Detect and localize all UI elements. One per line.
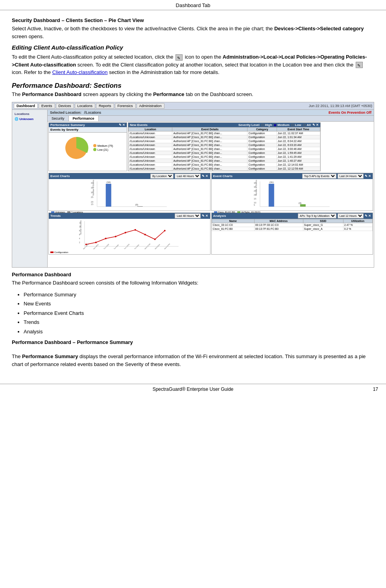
sidebar-item-unknown[interactable]: 🌐 Unknown (13, 116, 46, 122)
svg-rect-9 (106, 184, 111, 207)
svg-rect-11 (137, 206, 143, 207)
page-header: Dashboard Tab (0, 0, 386, 10)
chart-left-area: 40 35 30 25 20 15 (49, 179, 210, 211)
table-cell: Configuration (247, 159, 277, 163)
legend-rect-cisco81 (214, 211, 217, 213)
table-row: //Locations/UnknownAuthorized AP [Cisco_… (129, 151, 320, 155)
table-cell: //Locations/Unknown (129, 131, 172, 135)
security-dashboard-para: Select Active, Inactive, or both the che… (12, 25, 374, 40)
table-cell: Configuration (247, 147, 277, 151)
table-row: Cisco_81:FC:B000:13:7F:81:FC:B0Super_cis… (212, 227, 373, 231)
inner-tab-security[interactable]: Security (48, 116, 69, 121)
legend-locations-label: * Locations (71, 211, 83, 213)
list-item: Performance Event Charts (24, 309, 374, 317)
perf-summary-header: Performance Summary ✎ ✕ (49, 123, 127, 127)
svg-text:Tue 12AM: Tue 12AM (103, 243, 109, 250)
table-row: //Locations/UnknownAuthorized AP [Cisco_… (129, 143, 320, 147)
events-prevention: Events On Prevention Off (329, 111, 371, 115)
svg-point-43 (144, 234, 146, 235)
svg-point-40 (115, 236, 116, 237)
last-24-hours-dropdown[interactable]: Last 24 Hours (338, 174, 364, 179)
legend-dot-medium (93, 144, 96, 147)
editing-para: To edit the Client Auto-classification p… (12, 53, 374, 76)
chart-left-legend: Unknown * Locations (50, 210, 209, 214)
radio-high: High (261, 123, 272, 127)
db-datetime: Jun 22 2011, 11:39:13 AM (GMT +0530) (309, 104, 372, 108)
severity-level-label: Severity Level (238, 123, 260, 127)
table-row: //Locations/UnknownAuthorized AP [Cisco_… (129, 131, 320, 135)
tab-devices[interactable]: Devices (56, 103, 74, 109)
svg-text:Number of Events: Number of Events (80, 220, 82, 235)
tab-administration[interactable]: Administration (137, 103, 164, 109)
radio-all-btn[interactable] (303, 124, 306, 127)
tab-events[interactable]: Events (39, 103, 55, 109)
table-cell: Authorized AP [Cisco_81:FC:B0] chan... (172, 163, 247, 167)
tab-forensics[interactable]: Forensics (115, 103, 136, 109)
chart-left-icons: ✎ ✕ (202, 174, 208, 178)
radio-medium: Medium (273, 123, 289, 127)
radio-medium-btn[interactable] (273, 124, 277, 127)
tab-reports[interactable]: Reports (96, 103, 114, 109)
table-cell: 0.2 % (343, 227, 372, 231)
table-cell: Authorized AP [Cisco_81:FC:B0] chan... (172, 151, 247, 155)
table-row: //Locations/UnknownAuthorized AP [Cisco_… (129, 159, 320, 163)
widget-analysis: Analysis APs: Top 5 by Utilization Last … (211, 213, 373, 255)
legend-airtight: AirTighc_41:23:F1 (237, 211, 260, 213)
performance-bullets-list: Performance SummaryNew EventsPerformance… (24, 291, 374, 336)
svg-text:4: 4 (79, 237, 80, 240)
performance-desc: The Performance Dashboard screen consist… (12, 279, 374, 287)
table-cell: Jun 22, 1:01:34 AM (277, 135, 320, 139)
svg-text:Number of Events: Number of Events (255, 180, 257, 196)
db-right-content: Selected Location: //Locations Events On… (48, 110, 374, 267)
col-event-start: Event Start Time (277, 128, 320, 131)
widget-trends: Trends Last 48 Hours ✎ ✕ 12 10 8 (48, 213, 211, 255)
bar-chart-right-svg: 35 30 25 20 15 10 5 (212, 180, 372, 209)
table-cell: Jun 22, 6:03:20 AM (277, 143, 320, 147)
last-48-hours-dropdown[interactable]: Last 48 Hours (175, 174, 201, 179)
legend-rect-locations (67, 211, 70, 213)
table-cell: Authorized AP [Cisco_81:FC:B0] chan... (172, 139, 247, 143)
table-row: //Locations/UnknownAuthorized AP [Cisco_… (129, 163, 320, 167)
tab-locations[interactable]: Locations (75, 103, 96, 109)
table-cell: //Locations/Unknown (129, 139, 172, 143)
table-cell: Authorized AP [Cisco_81:FC:B0] chan... (172, 135, 247, 139)
top5-dropdown[interactable]: Top 5 APs by Events (302, 174, 336, 179)
table-row: //Locations/UnknownAuthorized AP [Cisco_… (129, 139, 320, 143)
radio-high-btn[interactable] (261, 124, 264, 127)
list-item: New Events (24, 300, 374, 308)
pie-chart (63, 134, 90, 162)
bottom-row: Trends Last 48 Hours ✎ ✕ 12 10 8 (48, 212, 374, 255)
event-charts-row: Event Charts By Location Last 48 Hours ✎… (48, 172, 374, 212)
analysis-icons: ✎ ✕ (365, 214, 371, 218)
legend-low-label: Low (21) (98, 148, 108, 151)
table-cell: 00:13:7F:81:FC:B0 (254, 227, 303, 231)
event-chart-left-controls: By Location Last 48 Hours ✎ ✕ (150, 174, 208, 179)
table-row: //Locations/UnknownAuthorized AP [Cisco_… (129, 155, 320, 159)
perf-summary-section-para: The Performance Summary displays the ove… (12, 353, 374, 368)
radio-low-btn[interactable] (291, 124, 294, 127)
svg-text:(31): (31) (269, 181, 273, 183)
radio-low: Low (291, 123, 301, 127)
selected-path: //Locations (84, 111, 102, 115)
legend-low: Low (21) (93, 148, 113, 151)
performance-sections-heading: Performance Dashboard: Sections (12, 82, 374, 90)
event-chart-right-title: Event Charts (213, 174, 233, 178)
event-chart-left-header: Event Charts By Location Last 48 Hours ✎… (49, 173, 210, 179)
table-cell: Authorized AP [Cisco_81:FC:B0] chan... (172, 159, 247, 163)
db-tab-list: Dashboard Events Devices Locations Repor… (14, 103, 164, 109)
svg-rect-23 (268, 184, 274, 207)
by-location-dropdown[interactable]: By Location (150, 174, 174, 179)
tab-dashboard[interactable]: Dashboard (14, 103, 38, 109)
legend-locations: * Locations (67, 211, 83, 213)
inner-tab-performance[interactable]: Performance (69, 116, 99, 121)
analysis-title: Analysis (213, 214, 226, 218)
perf-summary-icons: ✎ ✕ (119, 123, 125, 127)
svg-point-45 (164, 230, 166, 231)
table-cell: //Locations/Unknown (129, 159, 172, 163)
table-cell: Jun 22, 1:59:45 AM (277, 151, 320, 155)
table-cell: 00:13:7F:33:1C:C0 (254, 223, 303, 227)
event-chart-right-header: Event Charts Top 5 APs by Events Last 24… (212, 173, 373, 179)
db-topbar: Dashboard Events Devices Locations Repor… (12, 102, 374, 110)
client-auto-classification-link[interactable]: Client Auto-classification (52, 69, 108, 75)
db-inner-tabs: Security Performance (48, 116, 374, 122)
